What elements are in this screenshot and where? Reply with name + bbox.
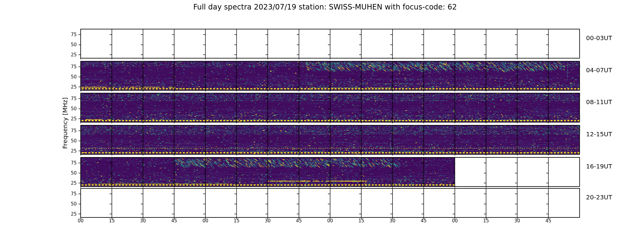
y-tick-label: 50 bbox=[58, 106, 77, 111]
row-label-12-15UT: 12-15UT bbox=[586, 131, 612, 138]
x-tick-label: 00 bbox=[78, 218, 83, 223]
y-tick-label: 75 bbox=[58, 128, 77, 133]
y-tick-label: 50 bbox=[58, 138, 77, 143]
y-tick-label: 75 bbox=[58, 160, 77, 165]
row-label-08-11UT: 08-11UT bbox=[586, 99, 612, 105]
spectrogram-grid-canvas bbox=[0, 0, 644, 245]
x-tick-label: 45 bbox=[421, 218, 427, 223]
x-tick-label: 30 bbox=[389, 218, 395, 223]
x-tick-label: 45 bbox=[546, 218, 551, 223]
y-tick-label: 25 bbox=[58, 212, 77, 217]
y-tick-label: 25 bbox=[58, 149, 77, 153]
x-tick-label: 00 bbox=[327, 218, 333, 223]
x-tick-label: 30 bbox=[514, 218, 520, 223]
x-tick-label: 15 bbox=[483, 218, 489, 223]
row-label-00-03UT: 00-03UT bbox=[586, 35, 612, 41]
y-tick-label: 75 bbox=[58, 32, 77, 37]
x-tick-label: 45 bbox=[296, 218, 302, 223]
y-tick-label: 25 bbox=[58, 116, 77, 121]
y-tick-label: 25 bbox=[58, 181, 77, 186]
y-tick-label: 75 bbox=[58, 191, 77, 196]
y-tick-label: 50 bbox=[58, 202, 77, 206]
x-tick-label: 45 bbox=[171, 218, 177, 223]
x-tick-label: 15 bbox=[234, 218, 240, 223]
figure-title: Full day spectra 2023/07/19 station: SWI… bbox=[81, 3, 569, 11]
y-tick-label: 50 bbox=[58, 42, 77, 47]
y-tick-label: 25 bbox=[58, 85, 77, 89]
x-tick-label: 30 bbox=[265, 218, 271, 223]
y-tick-label: 75 bbox=[58, 96, 77, 101]
row-label-04-07UT: 04-07UT bbox=[586, 67, 612, 74]
y-tick-label: 50 bbox=[58, 171, 77, 175]
x-tick-label: 30 bbox=[140, 218, 146, 223]
x-tick-label: 00 bbox=[452, 218, 458, 223]
x-tick-label: 00 bbox=[202, 218, 208, 223]
row-label-16-19UT: 16-19UT bbox=[586, 163, 612, 170]
y-tick-label: 25 bbox=[58, 52, 77, 57]
row-label-20-23UT: 20-23UT bbox=[586, 194, 612, 201]
x-tick-label: 15 bbox=[109, 218, 115, 223]
y-tick-label: 50 bbox=[58, 74, 77, 79]
y-tick-label: 75 bbox=[58, 64, 77, 69]
spectra-figure: Full day spectra 2023/07/19 station: SWI… bbox=[0, 0, 644, 245]
x-tick-label: 15 bbox=[358, 218, 364, 223]
